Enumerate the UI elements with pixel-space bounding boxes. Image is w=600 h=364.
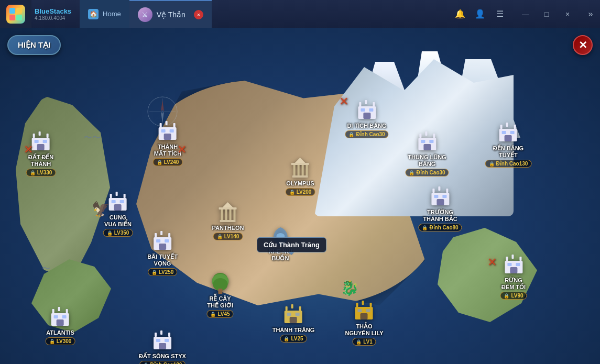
- location-rung-dem-toi[interactable]: RỪNGĐÊM TỐI 🔒 LV90: [500, 253, 527, 300]
- lock-icon-olympus: 🔒: [289, 190, 295, 195]
- level-badge-di-tich-bang: 🔒 Đỉnh Cao30: [345, 130, 388, 138]
- level-badge-truong-thanh-bac: 🔒 Đỉnh Cao80: [418, 224, 462, 231]
- location-bai-tuyet-vong[interactable]: BÃI TUYẾTVỌNG 🔒 LV250: [147, 229, 178, 276]
- level-text-den-bang-tuyet: Đỉnh Cao130: [496, 161, 528, 167]
- level-text-dat-song-styx: Đỉnh Cao180: [150, 362, 182, 364]
- close-button[interactable]: ×: [558, 0, 577, 28]
- lock-icon-thanh-mat-tich: 🔒: [157, 160, 162, 165]
- svg-rect-23: [110, 194, 112, 198]
- level-text-truong-thanh-bac: Đỉnh Cao80: [429, 225, 458, 230]
- svg-rect-103: [502, 131, 506, 134]
- minimize-button[interactable]: —: [516, 0, 535, 28]
- level-badge-thung-lung-bang: 🔒 Đỉnh Cao30: [405, 169, 449, 177]
- svg-rect-58: [291, 304, 293, 308]
- location-truong-thanh-bac[interactable]: TRƯỜNGTHÀNH BẮC 🔒 Đỉnh Cao80: [418, 185, 462, 231]
- level-text-thanh-mat-tich: LV240: [164, 159, 179, 165]
- location-icon-truong-thanh-bac: [430, 185, 451, 208]
- svg-rect-21: [161, 129, 166, 133]
- home-tab[interactable]: 🏠 Home: [80, 0, 129, 28]
- svg-rect-76: [62, 315, 67, 318]
- svg-rect-100: [506, 123, 508, 127]
- svg-rect-35: [156, 239, 160, 242]
- svg-rect-11: [39, 131, 41, 136]
- lock-icon-thao-nguyen-lily: 🔒: [356, 339, 362, 345]
- svg-rect-77: [155, 333, 157, 337]
- level-text-thanh-trang: LV25: [291, 336, 303, 341]
- menu-icon[interactable]: ☰: [494, 8, 506, 20]
- svg-rect-110: [434, 195, 438, 198]
- svg-rect-34: [159, 244, 166, 250]
- location-name-cung-vua-bien: CUNGVUA BIỂN: [104, 214, 132, 228]
- svg-rect-14: [35, 140, 39, 143]
- hien-tai-button[interactable]: HIỆN TẠI: [7, 35, 61, 55]
- lock-icon-rung-dem-toi: 🔒: [504, 293, 509, 299]
- level-text-atlantis: LV300: [57, 338, 72, 344]
- location-pantheon[interactable]: PANTHEON 🔒 LV140: [212, 201, 244, 240]
- level-badge-thao-nguyen-lily: 🔒 LV1: [352, 338, 376, 346]
- notification-icon[interactable]: 🔔: [454, 8, 466, 20]
- level-badge-thanh-mat-tich: 🔒 LV240: [153, 158, 183, 166]
- location-icon-dat-song-styx: [152, 329, 173, 352]
- location-icon-rung-dem-toi: [503, 253, 524, 276]
- close-game-tab-button[interactable]: ×: [194, 10, 203, 19]
- account-icon[interactable]: 👤: [474, 8, 486, 20]
- svg-rect-39: [225, 209, 227, 220]
- svg-rect-69: [366, 309, 370, 312]
- svg-rect-71: [66, 309, 68, 313]
- svg-rect-28: [112, 200, 116, 203]
- svg-rect-10: [47, 134, 49, 138]
- svg-rect-116: [510, 267, 517, 273]
- svg-rect-104: [510, 131, 515, 134]
- svg-rect-78: [168, 333, 170, 337]
- svg-rect-13: [37, 144, 45, 150]
- svg-rect-50: [291, 163, 309, 165]
- svg-rect-48: [306, 165, 308, 175]
- location-re-cay-the-gioi[interactable]: RỄ CÂYTHẾ GIỚI 🔒 LV45: [206, 271, 233, 318]
- location-di-tich-bang[interactable]: DI TÍCH BĂNG 🔒 Đỉnh Cao30: [345, 98, 388, 138]
- location-icon-thung-lung-bang: [417, 130, 438, 153]
- maximize-button[interactable]: □: [537, 0, 556, 28]
- location-dat-song-styx[interactable]: ĐẤT SÔNG STYX 🔒 Đỉnh Cao180: [139, 329, 186, 364]
- level-badge-thanh-trang: 🔒 LV25: [280, 335, 307, 343]
- svg-rect-20: [164, 134, 171, 140]
- svg-rect-84: [359, 102, 361, 106]
- svg-rect-107: [438, 186, 440, 191]
- location-icon-thanh-mat-tich: [157, 119, 178, 142]
- location-icon-di-tich-bang: [356, 98, 377, 122]
- svg-rect-63: [356, 303, 358, 307]
- location-name-thung-lung-bang: THUNG LŨNGBĂNG: [408, 154, 446, 168]
- map-close-button[interactable]: ✕: [573, 35, 593, 55]
- location-den-bang-tuyet[interactable]: ĐỀN BĂNGTUYẾT 🔒 Đỉnh Cao130: [485, 121, 532, 168]
- svg-rect-68: [358, 309, 362, 312]
- level-badge-dat-song-styx: 🔒 Đỉnh Cao180: [139, 361, 186, 364]
- cross-marker-3: ✕: [339, 95, 348, 108]
- location-icon-re-cay-the-gioi: [210, 271, 231, 294]
- lock-icon-bai-tuyet-vong: 🔒: [151, 270, 157, 275]
- svg-rect-55: [218, 289, 222, 294]
- svg-rect-57: [299, 306, 301, 311]
- expand-button[interactable]: »: [581, 0, 600, 28]
- location-cung-vua-bien[interactable]: CUNGVUA BIỂN 🔒 LV350: [103, 190, 133, 237]
- svg-rect-60: [290, 317, 297, 323]
- svg-rect-86: [365, 100, 367, 104]
- level-text-di-tich-bang: Đỉnh Cao30: [356, 131, 385, 137]
- location-thao-nguyen-lily[interactable]: THẢONGUYÊN LILY 🔒 LV1: [345, 299, 384, 346]
- svg-rect-9: [33, 134, 35, 138]
- location-thung-lung-bang[interactable]: THUNG LŨNGBĂNG 🔒 Đỉnh Cao30: [405, 130, 449, 177]
- level-text-rung-dem-toi: LV90: [511, 293, 523, 299]
- lock-icon-pantheon: 🔒: [217, 234, 223, 239]
- window-controls: — □ ×: [512, 0, 581, 28]
- location-olympus[interactable]: OLYMPUS 🔒 LV200: [286, 156, 315, 196]
- location-atlantis[interactable]: ATLANTIS 🔒 LV300: [46, 305, 75, 345]
- svg-rect-96: [421, 140, 425, 143]
- svg-rect-112: [506, 257, 508, 261]
- level-badge-atlantis: 🔒 LV300: [46, 337, 75, 345]
- location-thanh-trang[interactable]: THÀNH TRĂNG 🔒 LV25: [272, 303, 315, 343]
- game-tab[interactable]: ⚔ Vệ Thần ×: [129, 0, 212, 28]
- level-badge-pantheon: 🔒 LV140: [213, 233, 243, 240]
- svg-rect-46: [298, 165, 300, 175]
- svg-rect-106: [446, 189, 448, 193]
- level-badge-cung-vua-bien: 🔒 LV350: [103, 229, 133, 237]
- titlebar-actions: 🔔 👤 ☰: [448, 8, 512, 20]
- lock-icon-cung-vua-bien: 🔒: [107, 230, 113, 236]
